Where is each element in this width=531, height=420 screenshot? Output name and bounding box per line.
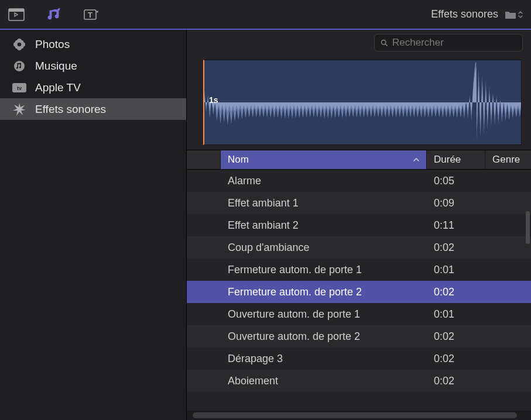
- column-duration-label: Durée: [434, 154, 461, 166]
- table-rows[interactable]: Alarme0:05Effet ambiant 10:09Effet ambia…: [187, 170, 531, 411]
- sidebar-item-label: Musique: [35, 60, 77, 73]
- folder-icon: [504, 9, 517, 20]
- column-genre-label: Genre: [492, 154, 520, 166]
- svg-rect-1: [9, 9, 24, 12]
- table-row[interactable]: Effet ambiant 20:11: [187, 214, 531, 236]
- row-name: Aboiement: [221, 375, 427, 387]
- audio-tab-icon[interactable]: [46, 6, 62, 23]
- toolbar-tabs: T: [8, 6, 100, 23]
- column-play[interactable]: [187, 150, 221, 169]
- table-row[interactable]: Ouverture autom. de porte 10:01: [187, 303, 531, 325]
- table-row[interactable]: Dérapage 30:02: [187, 347, 531, 370]
- titles-tab-icon[interactable]: T: [83, 6, 100, 23]
- photos-icon: [12, 38, 27, 51]
- library-picker-button[interactable]: [504, 9, 523, 20]
- svg-text:tv: tv: [17, 85, 22, 91]
- svg-point-13: [18, 42, 22, 46]
- search-input[interactable]: [392, 37, 516, 49]
- sidebar-item-photos[interactable]: Photos: [0, 33, 186, 55]
- row-duration: 0:02: [427, 331, 485, 343]
- sidebar-item-label: Photos: [35, 38, 70, 51]
- sidebar-item-label: Apple TV: [35, 81, 81, 94]
- sidebar-item-music[interactable]: Musique: [0, 55, 186, 77]
- column-genre[interactable]: Genre: [485, 150, 531, 169]
- table-row[interactable]: Coup d'ambiance0:02: [187, 236, 531, 259]
- search-icon: [381, 38, 388, 47]
- svg-marker-17: [13, 103, 26, 116]
- library-picker-title: Effets sonores: [431, 8, 498, 20]
- search-field[interactable]: [374, 34, 523, 51]
- row-name: Coup d'ambiance: [221, 242, 427, 254]
- row-duration: 0:02: [427, 375, 485, 387]
- row-name: Ouverture autom. de porte 1: [221, 308, 427, 321]
- svg-marker-2: [15, 13, 18, 16]
- row-name: Fermeture autom. de porte 2: [221, 286, 427, 298]
- row-duration: 0:02: [427, 353, 485, 365]
- row-duration: 0:09: [427, 197, 485, 209]
- row-duration: 0:02: [427, 242, 485, 254]
- music-icon: [12, 60, 27, 73]
- main-topbar: [187, 30, 531, 55]
- table-row[interactable]: Ouverture autom. de porte 20:02: [187, 325, 531, 347]
- row-duration: 0:01: [427, 264, 485, 276]
- table-row[interactable]: Alarme0:05: [187, 170, 531, 192]
- sidebar-item-label: Effets sonores: [35, 103, 106, 116]
- burst-icon: [12, 103, 27, 116]
- media-tab-icon[interactable]: [8, 6, 25, 23]
- svg-point-14: [14, 61, 25, 71]
- sidebar: Photos Musique tv Apple TV Effets sonore…: [0, 30, 187, 420]
- toolbar-right: Effets sonores: [431, 8, 523, 20]
- table-row[interactable]: Fermeture autom. de porte 10:01: [187, 259, 531, 281]
- svg-text:T: T: [88, 11, 93, 19]
- table-header: Nom Durée Genre: [187, 150, 531, 170]
- body: Photos Musique tv Apple TV Effets sonore…: [0, 30, 531, 420]
- table-row[interactable]: Fermeture autom. de porte 20:02: [187, 281, 531, 303]
- horizontal-scrollbar[interactable]: [187, 411, 531, 420]
- svg-line-19: [385, 44, 387, 46]
- row-name: Alarme: [221, 175, 427, 187]
- waveform-time-label: 1s: [209, 95, 218, 105]
- row-name: Effet ambiant 2: [221, 219, 427, 232]
- row-duration: 0:11: [427, 219, 485, 232]
- row-name: Ouverture autom. de porte 2: [221, 331, 427, 343]
- waveform-preview[interactable]: 1s: [203, 60, 522, 145]
- waveform-container: 1s: [187, 55, 531, 150]
- table-row[interactable]: Aboiement0:02: [187, 370, 531, 392]
- chevron-updown-icon: [518, 11, 523, 19]
- row-duration: 0:02: [427, 286, 485, 298]
- sidebar-item-sound-effects[interactable]: Effets sonores: [0, 98, 186, 120]
- column-name[interactable]: Nom: [221, 150, 427, 169]
- vertical-scrollbar-thumb[interactable]: [526, 211, 530, 244]
- row-name: Fermeture autom. de porte 1: [221, 264, 427, 276]
- horizontal-scrollbar-thumb[interactable]: [193, 412, 517, 418]
- main-panel: 1s Nom Durée Genre Alarme0:05Effet ambia…: [187, 30, 531, 420]
- row-duration: 0:01: [427, 308, 485, 321]
- toolbar: T Effets sonores: [0, 0, 531, 30]
- appletv-icon: tv: [12, 81, 27, 94]
- column-duration[interactable]: Durée: [427, 150, 485, 169]
- row-name: Effet ambiant 1: [221, 197, 427, 209]
- waveform-graphic: [204, 60, 521, 144]
- row-name: Dérapage 3: [221, 353, 427, 365]
- table-row[interactable]: Effet ambiant 10:09: [187, 192, 531, 214]
- sort-ascending-icon: [413, 156, 419, 164]
- row-duration: 0:05: [427, 175, 485, 187]
- sidebar-item-appletv[interactable]: tv Apple TV: [0, 77, 186, 98]
- column-name-label: Nom: [228, 154, 249, 166]
